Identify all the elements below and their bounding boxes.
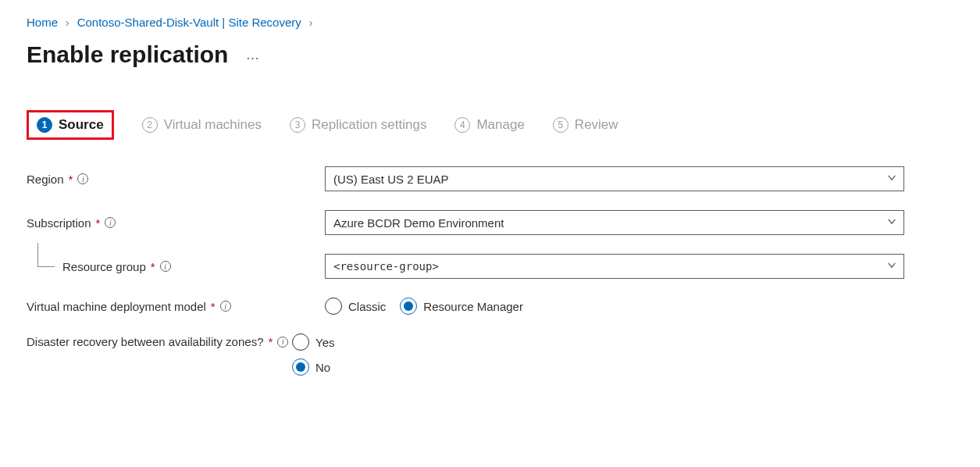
label-vm-model: Virtual machine deployment model * i [27,300,325,313]
step-number-badge: 3 [290,117,305,133]
label-dr-zones: Disaster recovery between availability z… [27,333,292,348]
row-resource-group: Resource group * i <resource-group> [27,254,953,279]
row-vm-deployment-model: Virtual machine deployment model * i Cla… [27,298,953,315]
dropdown-value: (US) East US 2 EUAP [333,173,449,186]
info-icon[interactable]: i [277,337,288,348]
radio-icon [292,358,309,376]
radio-resource-manager[interactable]: Resource Manager [400,298,523,315]
step-label: Replication settings [312,117,426,133]
step-label: Review [575,117,618,133]
chevron-down-icon [886,216,897,230]
step-replication-settings[interactable]: 3 Replication settings [290,117,426,133]
breadcrumb-home[interactable]: Home [27,16,58,29]
step-manage[interactable]: 4 Manage [454,117,524,133]
row-dr-zones: Disaster recovery between availability z… [27,333,953,376]
label-subscription: Subscription * i [27,216,325,230]
row-region: Region * i (US) East US 2 EUAP [27,166,953,191]
required-indicator: * [211,300,216,313]
wizard-steps: 1 Source 2 Virtual machines 3 Replicatio… [27,110,953,140]
radio-icon [400,298,417,315]
required-indicator: * [151,260,155,273]
radio-classic[interactable]: Classic [325,298,386,315]
required-indicator: * [96,216,101,230]
step-review[interactable]: 5 Review [553,117,618,133]
vm-model-radio-group: Classic Resource Manager [325,298,904,315]
step-source[interactable]: 1 Source [27,110,114,140]
info-icon[interactable]: i [220,301,231,312]
step-number-badge: 1 [37,117,52,133]
radio-yes[interactable]: Yes [292,333,334,351]
info-icon[interactable]: i [105,217,116,228]
radio-icon [325,298,342,315]
info-icon[interactable]: i [77,173,88,184]
label-resource-group: Resource group * i [27,260,325,273]
subscription-dropdown[interactable]: Azure BCDR Demo Environment [325,210,904,235]
radio-label: Resource Manager [423,300,523,313]
step-label: Source [59,117,104,133]
radio-no[interactable]: No [292,358,330,376]
chevron-right-icon: › [309,16,313,29]
chevron-right-icon: › [66,16,69,29]
dropdown-value: Azure BCDR Demo Environment [333,216,504,230]
label-region: Region * i [27,173,325,186]
step-number-badge: 5 [553,117,568,133]
more-actions-button[interactable]: … [242,44,264,66]
step-label: Virtual machines [164,117,262,133]
required-indicator: * [268,335,273,348]
chevron-down-icon [886,260,897,273]
dropdown-value: <resource-group> [333,260,439,273]
label-text: Disaster recovery between availability z… [27,335,263,348]
breadcrumb: Home › Contoso-Shared-Disk-Vault | Site … [27,16,953,29]
title-row: Enable replication … [27,41,953,68]
radio-label: Yes [315,336,334,349]
chevron-down-icon [886,173,897,186]
step-label: Manage [476,117,524,133]
page-title: Enable replication [27,41,228,68]
breadcrumb-vault[interactable]: Contoso-Shared-Disk-Vault | Site Recover… [77,16,301,29]
region-dropdown[interactable]: (US) East US 2 EUAP [325,166,904,191]
dr-zones-radio-group: Yes No [292,333,871,376]
resource-group-dropdown[interactable]: <resource-group> [325,254,904,279]
label-text: Region [27,173,64,186]
label-text: Subscription [27,216,91,230]
row-subscription: Subscription * i Azure BCDR Demo Environ… [27,210,953,235]
step-number-badge: 4 [454,117,470,133]
radio-label: Classic [348,300,386,313]
step-number-badge: 2 [142,117,158,133]
required-indicator: * [69,173,73,186]
radio-label: No [315,361,330,374]
radio-icon [292,333,309,351]
step-virtual-machines[interactable]: 2 Virtual machines [142,117,262,133]
label-text: Resource group [62,260,146,273]
label-text: Virtual machine deployment model [27,300,206,313]
info-icon[interactable]: i [160,261,171,272]
